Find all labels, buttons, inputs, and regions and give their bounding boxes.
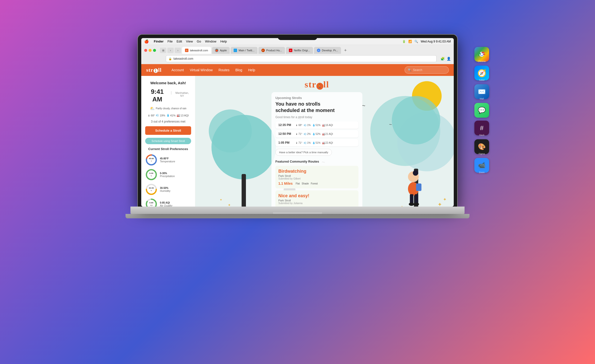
aqi-label: Air Quality <box>160 204 172 207</box>
dock-item-chrome[interactable]: Chrome <box>474 47 489 63</box>
profile-icon[interactable]: 👤 <box>447 57 451 61</box>
pick-time-manually-button[interactable]: Have a better idea? Pick a time manually <box>275 149 332 156</box>
slot-3-wind: 💨1% <box>304 141 311 144</box>
tab-develop[interactable]: D Develop. Pr... <box>314 47 341 54</box>
featured-label: Featured Community Routes <box>275 160 358 163</box>
svg-text:〜: 〜 <box>362 104 365 108</box>
tab-dev-label: Develop. Pr... <box>322 49 338 52</box>
route-card-nice-easy[interactable]: Nice and easy! Park Stroll Submitted by … <box>275 190 358 207</box>
tab-apple[interactable]: 🍎 Apple <box>212 47 230 54</box>
macbook-foot <box>126 214 469 218</box>
minimize-window-button[interactable] <box>149 49 152 52</box>
tab-twitter[interactable]: 🐦 Main / Twitt... <box>231 47 257 54</box>
tab-stroll-favicon: S <box>185 49 188 52</box>
tab-netflix[interactable]: N Netflix Origi... <box>286 47 313 54</box>
route-1-details: 1.1 Miles Flat Shade Forest <box>278 182 355 185</box>
nav-routes[interactable]: Routes <box>219 68 229 72</box>
dock-item-mail[interactable]: ✉️ Mail <box>474 84 489 100</box>
slot-1-precip: 💧51% <box>312 124 321 126</box>
humidity-range: 30-50% <box>160 187 170 189</box>
back-button[interactable]: ‹ <box>167 48 174 53</box>
mail-icon: ✉️ <box>474 84 489 99</box>
dock-item-messages[interactable]: 💬 <box>474 103 489 118</box>
dock-item-slack[interactable]: # Slack <box>474 121 489 136</box>
messages-icon: 💬 <box>474 103 489 118</box>
macbook-base <box>130 207 465 214</box>
go-menu[interactable]: Go <box>197 40 201 43</box>
svg-text:✦: ✦ <box>400 205 404 207</box>
sidebar-toggle-button[interactable]: ⊞ <box>160 48 166 53</box>
tab-ph-favicon: P <box>261 49 265 52</box>
tab-twitter-favicon: 🐦 <box>234 49 237 52</box>
slot-3-precip: 💧51% <box>312 141 321 144</box>
close-window-button[interactable] <box>144 49 147 52</box>
nav-search[interactable]: 🔍 Search <box>405 66 449 74</box>
safari-dock-label: Safari <box>474 79 489 81</box>
svg-text:°F: °F <box>151 160 152 162</box>
figma-icon: 🎨 <box>474 139 489 154</box>
humidity-label: Humidity <box>160 189 170 192</box>
nav-help[interactable]: Help <box>248 68 255 72</box>
precip-stat: 💧 41% <box>166 114 176 117</box>
nav-virtual-window[interactable]: Virtual Window <box>190 68 212 72</box>
maximize-window-button[interactable] <box>153 49 156 52</box>
route-2-name: Nice and easy! <box>278 193 355 198</box>
slot-2-aqi: 🏭21 AQI <box>322 133 333 135</box>
new-tab-button[interactable]: + <box>342 47 349 54</box>
finder-menu[interactable]: Finder <box>154 40 164 43</box>
temp-range: 45-80°F <box>160 157 175 160</box>
view-menu[interactable]: View <box>186 40 193 43</box>
svg-text:%: % <box>151 190 152 191</box>
slot-1-temp: 🌡68° <box>296 124 302 126</box>
forward-button[interactable]: › <box>175 48 181 53</box>
time-slot-3[interactable]: 1:05 PM 🌡71° 💨1% 💧51% 🏭22 AQI <box>275 139 358 146</box>
edit-menu[interactable]: Edit <box>177 40 182 43</box>
slot-2-precip: 💧52% <box>312 133 321 135</box>
nav-account[interactable]: Account <box>171 68 184 72</box>
address-bar[interactable]: 🔒 takeastroll.com <box>166 55 437 62</box>
slot-3-temp: 🌡71° <box>296 141 302 144</box>
schedule-stroll-button[interactable]: Schedule a Stroll <box>145 126 191 135</box>
datetime: Wed Aug 9 9:41:03 AM <box>421 40 451 43</box>
route-1-tags: Flat Shade Forest <box>296 182 318 185</box>
aqi-icon: 🏭 <box>177 114 180 117</box>
slot-1-aqi: 🏭16 AQI <box>322 124 333 126</box>
dock-item-zoom[interactable]: 📹 Zoom <box>474 158 489 174</box>
dock-item-figma[interactable]: 🎨 Figma <box>474 139 489 155</box>
macbook-notch <box>278 35 317 40</box>
route-1-miles: 1.1 Miles <box>278 182 293 185</box>
nav-links: Account Virtual Window Routes Blog Help <box>171 68 255 72</box>
pref-humidity: 30-50 % 30-50% Humidity <box>145 183 191 196</box>
search-icon[interactable]: 🔍 <box>414 40 418 43</box>
content-panel: str🚶ll Upcoming Strolls You have no stro… <box>271 79 362 207</box>
svg-text:✦: ✦ <box>220 198 222 202</box>
apple-menu-icon[interactable]: 🍎 <box>144 39 149 44</box>
route-1-tag-shade: Shade <box>302 182 309 185</box>
safari-icon: 🧭 <box>474 66 489 80</box>
dock-panel: Chrome 🧭 Safari ✉️ Mail 💬 # Slack <box>472 47 492 174</box>
sidebar-time-block: 9:41 AM | Manhattan, NY <box>145 88 191 103</box>
chrome-dock-label: Chrome <box>474 60 489 63</box>
zoom-icon: 📹 <box>474 158 489 173</box>
svg-point-51 <box>481 53 483 56</box>
humidity-circle: 30-50 % <box>145 183 157 196</box>
humidity-label-col: 30-50% Humidity <box>160 187 170 192</box>
nav-search-placeholder: Search <box>413 68 422 72</box>
tab-stroll[interactable]: S takeastroll.com <box>182 47 211 54</box>
dock-item-safari[interactable]: 🧭 Safari <box>474 66 489 81</box>
time-slot-2[interactable]: 12:50 PM 🌡71° 💨2% 💧52% 🏭21 AQI <box>275 130 358 138</box>
extensions-icon[interactable]: 🧩 <box>440 57 445 61</box>
window-menu[interactable]: Window <box>205 40 216 43</box>
nav-blog[interactable]: Blog <box>235 68 242 72</box>
time-slot-1[interactable]: 12:35 PM 🌡68° 💨1% 💧51% 🏭16 AQI <box>275 121 358 129</box>
stroll-nav: str🚶ll Account Virtual Window Routes Blo… <box>141 64 454 76</box>
smart-stroll-button[interactable]: Schedule using Smart Stroll <box>145 138 191 144</box>
route-card-birdwatching[interactable]: Birdwatching Park Stroll Submitted by Gi… <box>275 166 358 188</box>
stroll-nav-logo[interactable]: str🚶ll <box>146 67 162 73</box>
svg-rect-40 <box>410 194 413 204</box>
file-menu[interactable]: File <box>168 40 173 43</box>
traffic-lights <box>144 49 156 52</box>
browser-toolbar: 🔒 takeastroll.com 🧩 👤 <box>144 55 451 62</box>
help-menu[interactable]: Help <box>220 40 227 43</box>
tab-producthunt[interactable]: P Product Hu... <box>258 47 285 54</box>
